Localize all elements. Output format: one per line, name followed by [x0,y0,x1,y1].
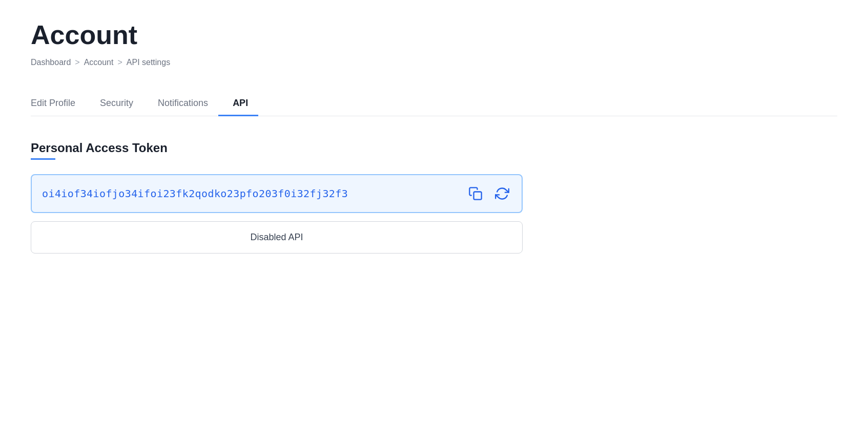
tab-api[interactable]: API [218,92,258,116]
breadcrumb: Dashboard > Account > API settings [31,58,837,67]
breadcrumb-account: Account [84,58,114,67]
tab-notifications[interactable]: Notifications [143,92,218,116]
section-title-underline [31,158,55,160]
tab-edit-profile[interactable]: Edit Profile [31,92,86,116]
page-title: Account [31,20,837,50]
breadcrumb-separator-1: > [75,58,79,67]
breadcrumb-api-settings: API settings [127,58,170,67]
copy-icon [468,186,483,201]
section-title: Personal Access Token [31,141,837,155]
breadcrumb-separator-2: > [117,58,122,67]
refresh-token-button[interactable] [493,184,511,203]
token-actions [466,184,511,203]
token-value: oi4iof34iofjo34ifoi23fk2qodko23pfo203f0i… [42,187,458,200]
tab-security[interactable]: Security [86,92,143,116]
breadcrumb-dashboard: Dashboard [31,58,71,67]
api-section: Personal Access Token oi4iof34iofjo34ifo… [31,141,837,254]
svg-rect-0 [474,192,482,200]
tabs-nav: Edit Profile Security Notifications API [31,92,837,116]
refresh-icon [495,186,509,201]
disabled-api-button[interactable]: Disabled API [31,221,523,254]
copy-token-button[interactable] [466,184,485,203]
token-container: oi4iof34iofjo34ifoi23fk2qodko23pfo203f0i… [31,174,523,213]
